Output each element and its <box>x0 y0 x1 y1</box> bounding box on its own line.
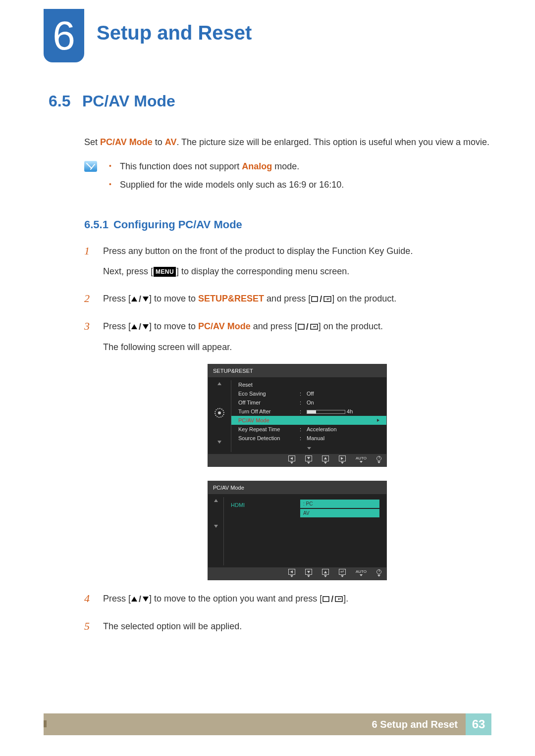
step-number: 4 <box>84 592 94 613</box>
step-text: Press [/] to move to PC/AV Mode and pres… <box>103 320 491 334</box>
footer-page-number: 63 <box>466 713 491 735</box>
nav-power-icon <box>376 456 381 463</box>
osd-title: PC/AV Mode <box>208 481 386 495</box>
osd-option-av: AV <box>300 509 379 517</box>
osd-side-indicator <box>208 380 231 452</box>
osd-row-label: Key Repeat Time <box>238 425 300 434</box>
nav-power-icon <box>376 569 381 577</box>
nav-up-icon <box>322 569 329 577</box>
osd-row-value: 4h <box>307 407 379 416</box>
step-4: 4 Press [/] to move to the option you wa… <box>84 592 491 613</box>
intro-paragraph: Set PC/AV Mode to AV. The picture size w… <box>49 136 491 149</box>
osd-row: Key Repeat Time:Acceleration <box>231 425 386 434</box>
bold-av: AV <box>165 137 177 147</box>
osd-row: Source Detection:Manual <box>231 434 386 443</box>
bold-pcav: PC/AV Mode <box>100 137 153 147</box>
step-text: Press [/] to move to SETUP&RESET and pre… <box>103 292 491 306</box>
source-enter-icon: / <box>322 593 343 606</box>
osd-row: Turn Off After: 4h <box>231 407 386 416</box>
step-1: 1 Press any button on the front of the p… <box>84 245 491 285</box>
osd-row-label: Reset <box>238 381 300 389</box>
osd-row-label: Off Timer <box>238 399 300 407</box>
up-down-icon: / <box>131 593 149 606</box>
step-5: 5 The selected option will be applied. <box>84 620 491 640</box>
nav-down-icon <box>305 569 312 577</box>
svg-rect-4 <box>323 597 329 602</box>
nav-up-icon <box>322 455 329 464</box>
source-enter-icon: / <box>311 293 331 306</box>
section-heading: 6.5PC/AV Mode <box>49 89 491 113</box>
osd-nav-bar: AUTO <box>208 567 386 580</box>
nav-prev-icon <box>288 455 295 464</box>
step-number: 2 <box>84 292 94 313</box>
subsection-heading: 6.5.1Configuring PC/AV Mode <box>49 216 491 233</box>
svg-rect-2 <box>298 324 304 329</box>
nav-auto-label: AUTO <box>356 570 367 576</box>
nav-down-icon <box>305 455 312 464</box>
osd-row: Off Timer:On <box>231 398 386 407</box>
chapter-number: 6 <box>44 9 84 62</box>
osd-row-label: Turn Off After <box>238 407 300 416</box>
osd-row-label: PC/AV Mode <box>238 416 300 425</box>
osd-side-indicator <box>208 497 223 565</box>
nav-auto-label: AUTO <box>356 456 367 463</box>
section-number: 6.5 <box>49 89 82 113</box>
note-item: This function does not support Analog mo… <box>109 160 344 173</box>
gear-icon <box>214 408 224 418</box>
step-2: 2 Press [/] to move to SETUP&RESET and p… <box>84 292 491 313</box>
subsection-number: 6.5.1 <box>84 216 108 233</box>
osd-row-label: Eco Saving <box>238 390 300 398</box>
note-block: This function does not support Analog mo… <box>49 160 491 197</box>
nav-enter-icon <box>339 569 346 577</box>
osd-setup-reset: SETUP&RESET ResetEco Saving:OffOff Timer… <box>208 364 387 467</box>
step-number: 5 <box>84 620 94 640</box>
note-item: Supplied for the wide models only such a… <box>109 178 344 192</box>
chapter-tab: 6 <box>44 9 84 62</box>
osd-source-label: HDMI <box>231 499 300 518</box>
step-3: 3 Press [/] to move to PC/AV Mode and pr… <box>84 320 491 585</box>
osd-row: Eco Saving:Off <box>231 389 386 398</box>
osd-title: SETUP&RESET <box>208 364 386 378</box>
step-text: Press [/] to move to the option you want… <box>103 592 491 606</box>
menu-button-label: MENU <box>154 267 176 277</box>
step-text: The following screen will appear. <box>103 341 491 354</box>
section-title: PC/AV Mode <box>82 92 175 110</box>
osd-row-value: Manual <box>307 434 379 443</box>
nav-prev-icon <box>288 569 295 577</box>
osd-nav-bar: AUTO <box>208 454 386 466</box>
nav-next-icon <box>339 455 346 464</box>
arrow-right-icon <box>377 419 379 422</box>
step-number: 3 <box>84 320 94 585</box>
svg-rect-0 <box>312 297 318 302</box>
chapter-title: Setup and Reset <box>97 18 252 48</box>
footer-chapter-label: 6 Setup and Reset <box>372 717 458 732</box>
osd-option-pc: PC <box>300 500 379 508</box>
osd-row: PC/AV Mode <box>231 416 386 425</box>
step-text: Next, press [MENU] to display the corres… <box>103 265 491 278</box>
source-enter-icon: / <box>298 320 318 334</box>
osd-pcav-mode: PC/AV Mode HDMI PC <box>208 481 387 581</box>
page-footer: 6 Setup and Reset 63 <box>44 713 491 735</box>
osd-row-value: Off <box>307 390 379 398</box>
subsection-title: Configuring PC/AV Mode <box>113 218 242 231</box>
osd-row: Reset <box>231 380 386 389</box>
osd-row-value: Acceleration <box>307 425 379 434</box>
step-number: 1 <box>84 245 94 285</box>
note-icon <box>84 161 97 172</box>
osd-row-label: Source Detection <box>238 434 300 443</box>
osd-row-value: On <box>307 399 379 407</box>
up-down-icon: / <box>131 320 149 334</box>
step-text: The selected option will be applied. <box>103 620 491 633</box>
up-down-icon: / <box>131 293 149 306</box>
step-text: Press any button on the front of the pro… <box>103 245 491 258</box>
